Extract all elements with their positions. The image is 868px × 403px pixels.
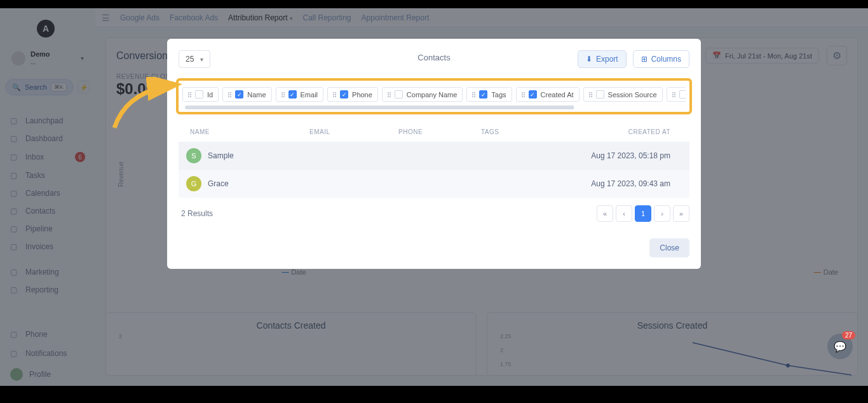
cell-name: Sample <box>208 151 309 160</box>
close-button[interactable]: Close <box>649 238 689 257</box>
contacts-table: NAME EMAIL PHONE TAGS CREATED AT S Sampl… <box>179 122 689 226</box>
cell-name: Grace <box>208 179 309 188</box>
column-chip-name[interactable]: ✓ Name <box>222 87 271 102</box>
cell-created-at: Aug 17 2023, 05:18 pm <box>571 151 686 160</box>
page-1[interactable]: 1 <box>635 205 651 222</box>
checkbox[interactable]: ✓ <box>529 90 537 99</box>
contacts-modal: 25 ▾ Contacts ⬇ Export ⊞ Columns <box>167 39 701 269</box>
columns-icon: ⊞ <box>641 55 648 64</box>
drag-handle-icon <box>333 92 336 97</box>
chat-widget-button[interactable]: 💬 27 <box>827 334 853 359</box>
pagination: « ‹ 1 › » <box>597 205 689 222</box>
col-header-phone: PHONE <box>398 128 481 135</box>
export-button[interactable]: ⬇ Export <box>578 50 627 68</box>
drag-handle-icon <box>522 92 525 97</box>
col-header-created: CREATED AT <box>571 128 686 135</box>
rows-per-page-select[interactable]: 25 ▾ <box>179 50 210 68</box>
drag-handle-icon <box>472 92 475 97</box>
contact-avatar: S <box>186 148 201 163</box>
checkbox[interactable]: ✓ <box>479 90 487 99</box>
column-chip-session source[interactable]: Session Source <box>583 87 663 102</box>
column-config-strip: Id ✓ Name ✓ Email ✓ Phone Company Name ✓… <box>176 78 692 114</box>
drag-handle-icon <box>188 92 191 97</box>
chat-icon: 💬 <box>834 341 846 353</box>
col-header-tags: TAGS <box>481 128 557 135</box>
checkbox[interactable] <box>679 90 686 99</box>
checkbox[interactable] <box>195 90 203 99</box>
checkbox[interactable] <box>596 90 604 99</box>
checkbox[interactable]: ✓ <box>235 90 243 99</box>
column-chip-id[interactable]: Id <box>182 87 219 102</box>
column-chip-created at[interactable]: ✓ Created At <box>516 87 580 102</box>
results-count: 2 Results <box>179 209 213 218</box>
table-row[interactable]: S Sample Aug 17 2023, 05:18 pm <box>179 142 689 170</box>
page-prev[interactable]: ‹ <box>616 205 632 222</box>
column-chip-tags[interactable]: ✓ Tags <box>466 87 512 102</box>
column-chip-phone[interactable]: ✓ Phone <box>327 87 378 102</box>
page-first[interactable]: « <box>597 205 613 222</box>
page-last[interactable]: » <box>673 205 689 222</box>
checkbox[interactable]: ✓ <box>340 90 348 99</box>
horizontal-scrollbar[interactable] <box>185 106 683 109</box>
download-icon: ⬇ <box>586 55 592 64</box>
cell-created-at: Aug 17 2023, 09:43 am <box>571 179 686 188</box>
modal-title: Contacts <box>417 53 450 62</box>
page-next[interactable]: › <box>654 205 670 222</box>
checkbox[interactable]: ✓ <box>288 90 297 99</box>
drag-handle-icon <box>672 92 675 97</box>
column-chip-company name[interactable]: Company Name <box>382 87 463 102</box>
drag-handle-icon <box>281 92 285 97</box>
column-chip-campaign[interactable]: Campaign <box>667 87 686 102</box>
chat-badge: 27 <box>842 331 855 339</box>
chevron-down-icon: ▾ <box>200 56 203 63</box>
col-header-email: EMAIL <box>309 128 398 135</box>
column-chip-email[interactable]: ✓ Email <box>276 87 324 102</box>
table-row[interactable]: G Grace Aug 17 2023, 09:43 am <box>179 170 689 198</box>
col-header-name: NAME <box>182 128 309 135</box>
columns-button[interactable]: ⊞ Columns <box>633 50 689 68</box>
drag-handle-icon <box>228 92 231 97</box>
contact-avatar: G <box>186 176 201 191</box>
drag-handle-icon <box>388 92 391 97</box>
app-frame: A Demo... ▾ 🔍 Search ⌘K ⚡ ▢ Launchpad ▢ … <box>0 8 868 386</box>
checkbox[interactable] <box>395 90 403 99</box>
modal-overlay: 25 ▾ Contacts ⬇ Export ⊞ Columns <box>0 8 868 386</box>
drag-handle-icon <box>589 92 592 97</box>
